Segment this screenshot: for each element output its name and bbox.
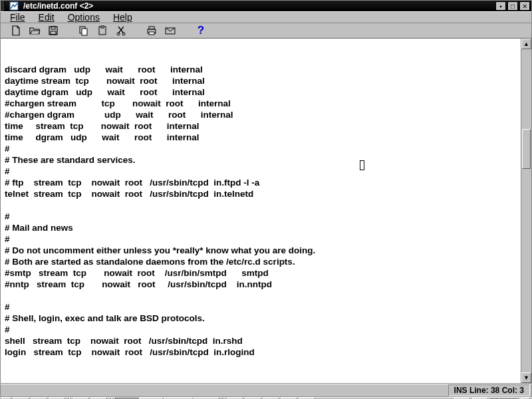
editor-line: # xyxy=(5,301,517,313)
scroll-down-arrow[interactable]: ▼ xyxy=(521,372,531,383)
editor-line: # Shell, login, exec and talk are BSD pr… xyxy=(5,313,517,324)
paste-button[interactable] xyxy=(95,23,110,38)
svg-rect-7 xyxy=(101,26,104,28)
save-file-button[interactable] xyxy=(46,23,61,38)
editor-line: #chargen dgram udp wait root internal xyxy=(5,109,517,120)
editor-line: # xyxy=(5,211,517,222)
editor-line: # xyxy=(5,143,517,154)
svg-rect-3 xyxy=(51,31,56,35)
editor-line: telnet stream tcp nowait root /usr/sbin/… xyxy=(5,188,517,200)
editor-line: #smtp stream tcp nowait root /usr/bin/sm… xyxy=(5,267,517,279)
menu-help[interactable]: Help xyxy=(113,12,132,23)
menu-options[interactable]: Options xyxy=(68,12,100,23)
svg-rect-5 xyxy=(82,29,87,35)
status-bar: INS Line: 38 Col: 3 xyxy=(0,384,532,397)
text-cursor xyxy=(360,160,364,170)
svg-rect-11 xyxy=(149,27,154,29)
editor-line: # Mail and news xyxy=(5,222,517,233)
editor-line: # xyxy=(5,324,517,335)
status-panel: INS Line: 38 Col: 3 xyxy=(448,384,530,396)
window-title: /etc/inetd.conf <2> xyxy=(22,1,495,11)
editor-line: # ftp stream tcp nowait root /usr/sbin/t… xyxy=(5,177,517,188)
editor-line: shell stream tcp nowait root /usr/sbin/t… xyxy=(5,335,517,346)
maximize-button[interactable]: □ xyxy=(507,1,518,11)
editor-line: # These are standard services. xyxy=(5,154,517,166)
vertical-scrollbar[interactable]: ▲ ▼ xyxy=(521,39,531,383)
scroll-thumb[interactable] xyxy=(522,129,531,169)
menu-file[interactable]: File xyxy=(10,12,25,23)
insert-mode: INS xyxy=(454,386,467,395)
menu-bar: File Edit Options Help xyxy=(0,11,532,23)
editor-line: time stream tcp nowait root internal xyxy=(5,120,517,132)
minimize-button[interactable]: ▪ xyxy=(495,1,506,11)
mail-button[interactable] xyxy=(163,23,178,38)
close-button[interactable]: ✕ xyxy=(519,1,530,11)
editor-area: discard dgram udp wait root internaldayt… xyxy=(0,38,532,384)
scroll-track[interactable] xyxy=(521,49,531,372)
new-file-button[interactable] xyxy=(9,23,23,38)
open-file-button[interactable] xyxy=(27,23,42,38)
editor-line: #nntp stream tcp nowait root /usr/sbin/t… xyxy=(5,279,517,290)
editor-line: # xyxy=(5,166,517,177)
editor-line: login stream tcp nowait root /usr/sbin/t… xyxy=(5,346,517,358)
app-icon xyxy=(9,1,19,11)
editor-line: discard dgram udp wait root internal xyxy=(5,64,517,75)
col-label: Col: xyxy=(502,386,517,395)
cut-button[interactable] xyxy=(114,23,128,38)
editor-line xyxy=(5,200,517,211)
editor-line xyxy=(5,290,517,301)
titlebar-grip xyxy=(1,1,5,11)
editor-line: daytime stream tcp nowait root internal xyxy=(5,75,517,86)
editor-line: #chargen stream tcp nowait root internal xyxy=(5,98,517,109)
toolbar: ? xyxy=(0,23,532,38)
col-number: 3 xyxy=(519,386,524,395)
editor-line: # xyxy=(5,233,517,245)
editor-line: # Both are started as standalone daemons… xyxy=(5,256,517,267)
menu-edit[interactable]: Edit xyxy=(39,12,55,23)
window-titlebar: /etc/inetd.conf <2> ▪ □ ✕ xyxy=(0,0,532,11)
scroll-up-arrow[interactable]: ▲ xyxy=(521,39,531,49)
editor-line: daytime dgram udp wait root internal xyxy=(5,86,517,98)
line-number: 38 xyxy=(491,386,499,395)
svg-rect-12 xyxy=(149,32,154,35)
copy-button[interactable] xyxy=(76,23,91,38)
editor-line: time dgram udp wait root internal xyxy=(5,132,517,143)
editor-line: # Do not uncomment either unless you *re… xyxy=(5,245,517,256)
print-button[interactable] xyxy=(144,23,159,38)
help-button[interactable]: ? xyxy=(194,24,208,37)
text-editor[interactable]: discard dgram udp wait root internaldayt… xyxy=(1,39,521,383)
line-label: Line: xyxy=(469,386,489,395)
